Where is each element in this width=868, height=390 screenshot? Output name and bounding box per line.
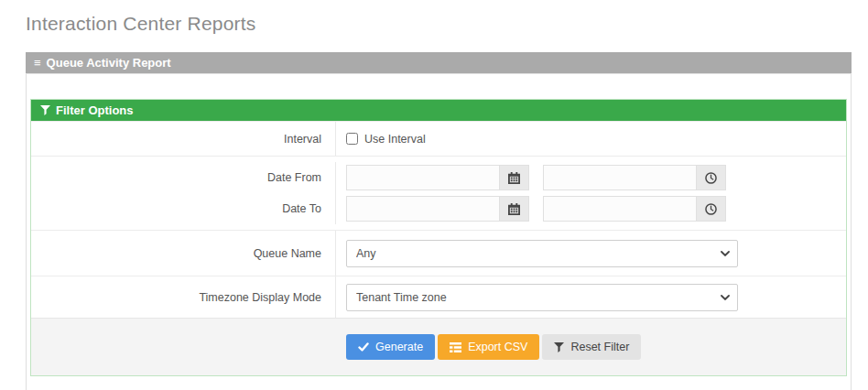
timezone-select-wrap: Tenant Time zone (346, 284, 738, 311)
queue-name-select-wrap: Any (346, 240, 738, 267)
date-from-time-group (543, 165, 726, 190)
report-widget-body: Filter Options Interval Use Interval Dat… (26, 74, 852, 390)
date-to-time-button[interactable] (696, 196, 726, 222)
queue-name-select[interactable]: Any (346, 240, 738, 267)
timezone-select[interactable]: Tenant Time zone (346, 284, 738, 311)
report-widget-title: Queue Activity Report (47, 56, 171, 70)
menu-icon: ≡ (34, 56, 41, 70)
calendar-icon (508, 203, 520, 215)
date-to-line: Date To (31, 193, 846, 224)
interval-row: Interval Use Interval (31, 121, 846, 156)
date-from-time-button[interactable] (696, 165, 726, 190)
filter-panel: Filter Options Interval Use Interval Dat… (30, 99, 847, 376)
use-interval-checkbox-input[interactable] (346, 133, 358, 145)
date-to-calendar-button[interactable] (499, 196, 529, 222)
date-to-time-group (543, 196, 726, 222)
date-to-label: Date To (31, 193, 336, 224)
date-to-date-input[interactable] (346, 196, 499, 222)
reset-filter-button-label: Reset Filter (570, 341, 629, 353)
date-to-time-input[interactable] (543, 196, 696, 222)
use-interval-checkbox[interactable]: Use Interval (346, 133, 426, 146)
export-csv-button-label: Export CSV (468, 341, 527, 353)
timezone-row: Timezone Display Mode Tenant Time zone (31, 276, 846, 318)
clock-icon (705, 172, 717, 184)
calendar-icon (508, 172, 520, 184)
check-icon (358, 342, 369, 352)
queue-name-label: Queue Name (31, 231, 336, 276)
queue-name-row: Queue Name Any (31, 230, 846, 276)
use-interval-checkbox-label: Use Interval (364, 133, 426, 146)
table-list-icon (450, 342, 461, 352)
date-to-date-group (346, 196, 529, 222)
page-title: Interaction Center Reports (26, 13, 868, 35)
timezone-label: Timezone Display Mode (31, 276, 336, 318)
filter-icon (40, 105, 50, 115)
date-from-date-group (346, 165, 529, 190)
generate-button-label: Generate (375, 341, 423, 353)
filter-icon (554, 342, 564, 352)
date-from-time-input[interactable] (543, 165, 696, 190)
date-from-calendar-button[interactable] (499, 165, 529, 190)
clock-icon (705, 203, 717, 215)
date-from-date-input[interactable] (346, 165, 499, 190)
filter-panel-title: Filter Options (56, 103, 134, 117)
date-from-line: Date From (31, 162, 846, 193)
date-from-label: Date From (31, 162, 336, 193)
export-csv-button[interactable]: Export CSV (438, 334, 539, 360)
generate-button[interactable]: Generate (346, 334, 435, 360)
filter-footer: Generate Export CSV Reset Filter (31, 318, 846, 375)
interval-label: Interval (31, 122, 336, 156)
report-widget-header[interactable]: ≡ Queue Activity Report (26, 52, 852, 74)
report-widget: ≡ Queue Activity Report Filter Options I… (26, 52, 852, 390)
reset-filter-button[interactable]: Reset Filter (542, 334, 641, 360)
dates-row: Date From (31, 156, 846, 230)
filter-panel-header[interactable]: Filter Options (31, 100, 846, 121)
